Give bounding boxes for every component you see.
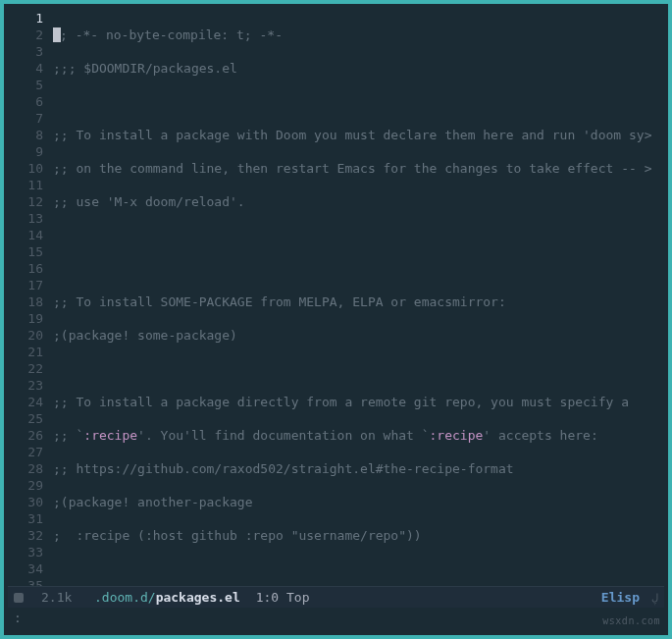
keyword: :recipe [430, 428, 484, 443]
line-number: 11 [4, 177, 43, 193]
code-text: ;; To install SOME-PACKAGE from MELPA, E… [53, 294, 506, 309]
code-text: ;;; $DOOMDIR/packages.el [53, 61, 237, 76]
line-number: 12 [4, 193, 43, 210]
buffer-filename: packages.el [156, 590, 240, 605]
line-number: 19 [4, 310, 43, 327]
truncation-icon: > [645, 161, 652, 176]
line-number: 31 [4, 510, 43, 527]
line-number: 24 [4, 394, 43, 410]
line-number: 13 [4, 210, 43, 227]
line-number: 3 [4, 43, 43, 60]
code-text: ;; To install a package with Doom you mu… [53, 128, 645, 142]
line-number: 10 [4, 160, 43, 177]
code-text: ;; To install a package directly from a … [53, 395, 629, 409]
line-number: 18 [4, 293, 43, 310]
buffer-size: 2.1k [41, 589, 88, 606]
buffer-directory: .doom.d/ [94, 590, 156, 605]
evil-state-indicator [14, 593, 24, 603]
cursor-position: 1:0 Top [256, 589, 310, 606]
code-text: ;; use 'M-x doom/reload'. [53, 194, 245, 209]
code-text: ;; https://github.com/raxod502/straight.… [53, 461, 514, 476]
code-text: ;; ` [53, 428, 83, 443]
code-text: ; :recipe (:host github :repo "username/… [53, 528, 422, 543]
code-buffer[interactable]: ; -*- no-byte-compile: t; -*- ;;; $DOOMD… [53, 4, 668, 586]
line-number: 6 [4, 93, 43, 110]
keyword: :recipe [83, 428, 137, 443]
line-number: 26 [4, 427, 43, 444]
line-number: 16 [4, 260, 43, 277]
line-number: 25 [4, 410, 43, 427]
code-text: ;; on the command line, then restart Ema… [53, 161, 645, 176]
line-number: 5 [4, 77, 43, 93]
line-number: 34 [4, 560, 43, 577]
code-text: ;(package! some-package) [53, 328, 237, 343]
code-text: ' accepts here: [483, 428, 597, 443]
line-number: 2 [4, 27, 43, 43]
line-number: 28 [4, 460, 43, 477]
line-number: 8 [4, 127, 43, 143]
line-number: 30 [4, 494, 43, 510]
truncation-icon: > [645, 128, 652, 142]
code-text: ;(package! another-package [53, 495, 253, 509]
line-number: 23 [4, 377, 43, 394]
line-number: 1 [4, 10, 43, 27]
line-number: 7 [4, 110, 43, 127]
code-text: ; -*- no-byte-compile: t; -*- [60, 27, 283, 42]
line-number: 15 [4, 243, 43, 260]
line-number: 29 [4, 477, 43, 494]
line-number: 9 [4, 143, 43, 160]
editor-area[interactable]: 1 2 3 4 5 6 7 8 9 10 11 12 13 14 15 16 1… [4, 4, 668, 586]
code-text: '. You'll find documentation on what ` [137, 428, 429, 443]
line-number-gutter: 1 2 3 4 5 6 7 8 9 10 11 12 13 14 15 16 1… [4, 4, 53, 586]
line-number: 4 [4, 60, 43, 77]
line-number: 22 [4, 360, 43, 377]
line-number: 35 [4, 577, 43, 586]
line-number: 20 [4, 327, 43, 344]
minibuffer[interactable]: : [8, 608, 664, 631]
line-number: 14 [4, 227, 43, 243]
major-mode[interactable]: Elisp [601, 589, 640, 606]
watermark: wsxdn.com [602, 612, 660, 629]
encoding-indicator: ڸ [651, 589, 658, 606]
line-number: 21 [4, 344, 43, 360]
line-number: 32 [4, 527, 43, 544]
line-number: 27 [4, 444, 43, 460]
line-number: 17 [4, 277, 43, 293]
modeline: 2.1k .doom.d/packages.el 1:0 Top Elisp ڸ [8, 586, 664, 608]
line-number: 33 [4, 544, 43, 560]
